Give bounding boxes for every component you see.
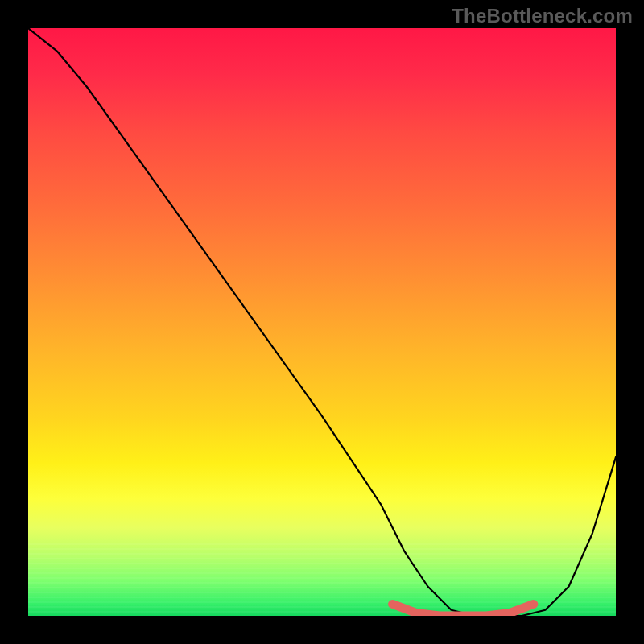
curve-svg [28, 28, 616, 616]
watermark-text: TheBottleneck.com [452, 5, 633, 27]
bottleneck-flat-highlight-path [393, 604, 534, 616]
bottleneck-curve-path [28, 28, 616, 616]
chart-container: TheBottleneck.com [0, 0, 644, 644]
plot-area [28, 28, 616, 616]
